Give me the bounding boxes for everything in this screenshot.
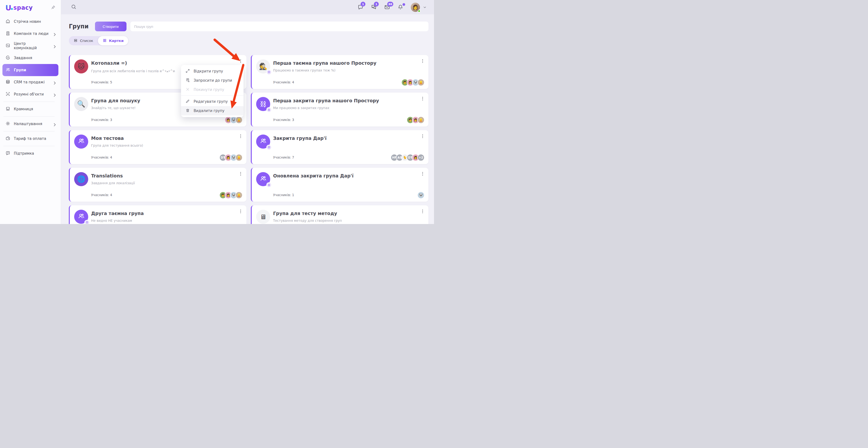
global-search-button[interactable] [71,4,76,10]
group-card-secret-2[interactable]: Друга таємна група Не видно НЕ учасникам [69,205,246,224]
sidebar-item-company-people[interactable]: Компанія та люди [2,28,58,40]
menu-item-label: Редагувати групу [194,99,228,104]
kebab-menu-icon [420,136,425,140]
menu-item-delete-group[interactable]: Видалити групу [181,106,244,115]
tab-list-view[interactable]: Список [69,36,98,45]
group-default-icon [259,175,267,183]
card-menu-button[interactable] [237,171,244,177]
group-title: Перша таємна група нашого Простору [273,60,376,66]
home-icon [5,19,10,25]
card-menu-button[interactable] [419,208,426,215]
group-card-test[interactable]: Моя тестова Група для тестування всього)… [69,130,246,164]
check-circle-icon [5,55,10,61]
members-count: Учасників: 5 [91,80,112,84]
group-chat-button[interactable]: 1 [371,4,377,10]
member-avatar: 🐼 [417,191,425,199]
store-icon [5,106,10,112]
sidebar-item-label: Групи [14,68,26,72]
sidebar: U spacy Стрічка новин Компанія та люди Ц… [0,0,61,224]
member-avatar-stack: 🧑👩🐼👱 [403,79,425,86]
sidebar-item-label: Центр комунікацій [14,41,49,50]
tab-cards-view[interactable]: Картки [98,36,128,45]
notifications-button[interactable] [397,4,403,10]
sidebar-item-settings[interactable]: Налаштування [2,118,58,130]
sidebar-item-smart-objects[interactable]: Розумні об'єкти [2,88,58,100]
group-card-method-test[interactable]: 🖥 Група для тесту методу Тестування мето… [251,205,428,224]
group-search-input[interactable] [130,22,428,31]
expand-icon [185,69,190,74]
sidebar-divider [3,131,55,131]
group-default-icon [259,137,267,146]
mail-badge: 88 [387,2,393,6]
gear-icon [5,121,10,127]
menu-item-invite-to-group[interactable]: Запросити до групи [181,76,244,85]
group-card-daria-updated[interactable]: Оновлена закрита група Дар'ї Учасників: … [251,168,428,202]
card-menu-button[interactable] [237,133,244,140]
create-group-button[interactable]: Створити [95,22,126,31]
logo-u-mark: U [5,4,11,12]
chevron-right-icon [52,44,56,48]
sidebar-item-support[interactable]: Підтримка [2,147,58,159]
sidebar-item-communications[interactable]: Центр комунікацій [2,40,58,52]
group-title: Перша закрита група нашого Простору [273,98,379,103]
member-avatar-stack: 🧑👩🐼👱 [221,191,243,199]
uspacy-logo[interactable]: U spacy [5,4,33,12]
group-description: Група для тестування всього) [91,144,143,147]
members-count: Учасників: 4 [273,80,294,84]
tab-label: Картки [109,39,124,43]
group-cards-grid: 🐱 Котопазли =) Група для всіх любителів … [69,55,428,224]
sidebar-item-label: Завдання [14,56,32,60]
member-avatar: 👱 [235,191,243,199]
group-card-translations[interactable]: 🌐 Translations Завдання для локалізації … [69,168,246,202]
sidebar-item-marketplace[interactable]: Крамниця [2,103,58,115]
group-description: Знайдіть те, що шукаєте! [91,106,136,110]
tab-label: Список [80,39,93,43]
group-avatar: 🔍 [74,97,88,111]
card-menu-button[interactable] [419,95,426,102]
kebab-menu-icon [238,61,243,64]
group-default-icon [78,212,85,221]
kebab-menu-icon [238,136,243,140]
notification-dot [403,3,405,6]
sidebar-item-groups[interactable]: Групи [2,64,58,76]
sidebar-item-newsfeed[interactable]: Стрічка новин [2,16,58,28]
invite-icon [185,78,190,83]
menu-item-label: Покинути групу [194,88,224,92]
card-menu-button[interactable] [237,208,244,215]
card-menu-button[interactable] [419,58,426,65]
topbar: 1 1 88 👩 [61,0,434,14]
group-avatar-image: 🌐 [77,175,85,183]
group-card-closed-1[interactable]: ⛓ Перша закрита група нашого Простору Ми… [251,93,428,126]
members-count: Учасників: 1 [273,193,294,197]
pencil-icon [185,99,190,104]
menu-item-label: Видалити групу [194,109,224,113]
sidebar-divider [3,146,55,146]
user-menu[interactable]: 👩 [411,3,427,12]
menu-item-edit-group[interactable]: Редагувати групу [181,97,244,106]
chat-button[interactable]: 1 [358,4,364,10]
group-avatar [74,210,88,224]
member-avatar: 👱 [417,79,425,86]
comms-icon [5,43,10,49]
menu-item-label: Запросити до групи [194,78,232,83]
group-title: Оновлена закрита група Дар'ї [273,173,353,178]
group-card-daria-closed[interactable]: Закрита група Дар'ї Учасників: 7 HFAS🐈DT… [251,130,428,164]
sidebar-item-billing[interactable]: Тариф та оплата [2,132,58,145]
member-avatar: 👱 [235,154,243,161]
mail-button[interactable]: 88 [384,4,390,10]
card-menu-button[interactable] [419,171,426,177]
menu-item-leave-group[interactable]: Покинути групу [181,85,244,94]
sidebar-item-crm[interactable]: CRM та продажі [2,76,58,88]
group-avatar-image: 🐱 [78,63,85,70]
card-menu-button[interactable] [237,58,244,65]
group-title: Translations [91,173,123,178]
card-menu-button[interactable] [419,133,426,140]
sidebar-pin-button[interactable] [51,5,56,11]
members-count: Учасників: 3 [273,118,294,122]
sidebar-item-tasks[interactable]: Завдання [2,52,58,64]
close-icon [185,87,190,93]
menu-item-open-group[interactable]: Відкрити групу [181,67,244,76]
group-avatar: 🖥 [256,210,270,224]
group-card-secret-1[interactable]: 🕵️ Перша таємна група нашого Простору Пр… [251,55,428,89]
group-title: Котопазли =) [91,60,127,66]
